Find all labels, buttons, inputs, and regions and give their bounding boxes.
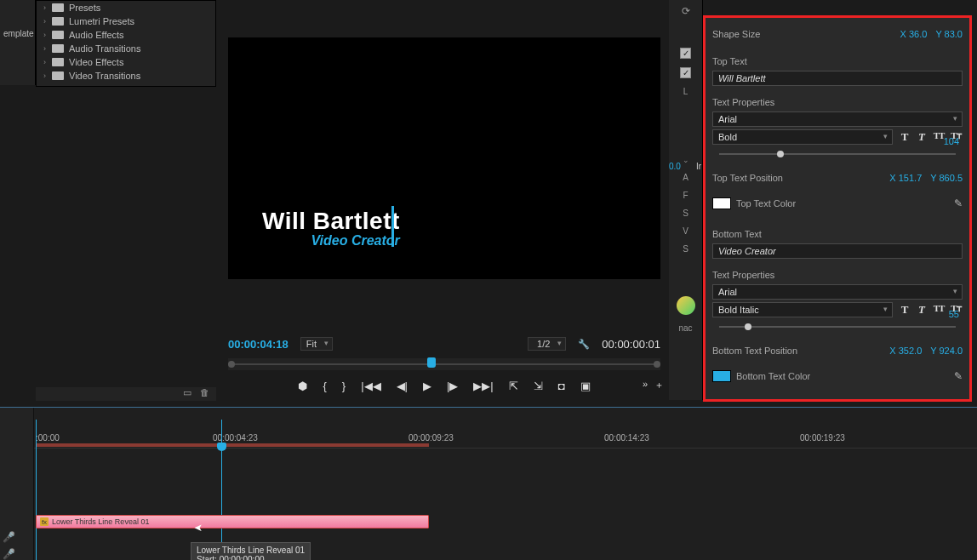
- template-label: emplate: [0, 26, 31, 42]
- zoom-fit-dropdown[interactable]: Fit: [300, 337, 333, 351]
- eyedropper-icon[interactable]: ✎: [954, 370, 963, 382]
- safe-margins-icon[interactable]: »: [643, 379, 648, 391]
- bottom-text-label: Bottom Text: [712, 229, 762, 239]
- play-icon[interactable]: ▶: [423, 380, 431, 392]
- clip-label: Lower Thirds Line Reveal 01: [52, 517, 149, 526]
- faux-bold-icon[interactable]: T: [898, 130, 911, 144]
- text-properties-label-2: Text Properties: [712, 270, 774, 280]
- browser-item[interactable]: ›Lumetri Presets: [37, 14, 215, 28]
- mouse-cursor-icon: ➤: [194, 522, 203, 534]
- browser-item[interactable]: ›Audio Effects: [37, 28, 215, 42]
- top-pos-y[interactable]: Y 860.5: [930, 173, 963, 183]
- top-text-position-label: Top Text Position: [712, 173, 783, 183]
- effects-browser: ›Presets ›Lumetri Presets ›Audio Effects…: [36, 0, 216, 87]
- voiceover-icon[interactable]: 🎤: [3, 548, 15, 560]
- timeline-clip[interactable]: fx Lower Thirds Line Reveal 01: [36, 515, 429, 529]
- step-forward-icon[interactable]: |▶: [447, 380, 458, 392]
- edge-mac-label: nac: [678, 323, 692, 333]
- step-back-icon[interactable]: ◀|: [397, 380, 408, 392]
- timecode-left[interactable]: 00:00:04:18: [228, 338, 289, 351]
- preview-title-sub: Video Creator: [262, 233, 400, 249]
- bottom-pos-x[interactable]: X 352.0: [889, 346, 922, 356]
- bottom-text-color-label: Bottom Text Color: [736, 371, 810, 381]
- add-marker-icon[interactable]: ⬢: [298, 380, 307, 392]
- ruler-tick: :00:00: [36, 433, 60, 443]
- font-family-dropdown-2[interactable]: Arial: [712, 284, 963, 300]
- monitor-scrubber[interactable]: [228, 358, 660, 370]
- expand-arrow-icon[interactable]: ⌄: [683, 156, 689, 164]
- faux-bold-icon[interactable]: T: [898, 303, 911, 317]
- faux-italic-icon[interactable]: T: [915, 303, 928, 317]
- shape-size-label: Shape Size: [712, 29, 760, 39]
- go-to-in-icon[interactable]: |◀◀: [361, 380, 380, 392]
- playhead-start: [36, 420, 37, 560]
- essential-graphics-panel: Shape Size X 36.0 Y 83.0 Top Text Text P…: [703, 15, 972, 402]
- work-area-bar[interactable]: [36, 443, 429, 447]
- edge-ir-label: Ir: [696, 162, 701, 171]
- button-editor-icon[interactable]: ＋: [654, 379, 664, 391]
- font-family-dropdown-1[interactable]: Arial: [712, 111, 963, 127]
- mark-out-icon[interactable]: }: [342, 380, 346, 392]
- shape-size-y[interactable]: Y 83.0: [935, 29, 963, 39]
- browser-item-label: Audio Transitions: [69, 43, 140, 54]
- lumetri-wheel-icon[interactable]: [677, 296, 695, 315]
- edge-letter: S: [683, 209, 688, 218]
- font-weight-dropdown-2[interactable]: Bold Italic: [712, 302, 893, 317]
- extract-icon[interactable]: ⇲: [534, 380, 543, 392]
- go-to-out-icon[interactable]: ▶▶|: [473, 380, 493, 392]
- timeline-playhead[interactable]: [221, 420, 222, 560]
- monitor-controls: 00:00:04:18 Fit 1/2 🔧 00:00:00:01 ⬢ { } …: [228, 336, 660, 394]
- top-text-color-swatch[interactable]: [712, 197, 731, 209]
- timeline-gutter: 🎤 🎤: [0, 408, 34, 560]
- shape-size-x[interactable]: X 36.0: [900, 29, 928, 39]
- export-frame-icon[interactable]: ◘: [558, 380, 565, 392]
- browser-item[interactable]: ›Video Effects: [37, 55, 215, 69]
- eyedropper-icon[interactable]: ✎: [954, 197, 963, 209]
- browser-item-label: Video Transitions: [69, 71, 140, 81]
- bottom-text-input[interactable]: [712, 243, 963, 259]
- font-weight-dropdown-1[interactable]: Bold: [712, 129, 893, 145]
- transport-bar: ⬢ { } |◀◀ ◀| ▶ |▶ ▶▶| ⇱ ⇲ ◘ ▣: [228, 377, 660, 394]
- browser-item-label: Lumetri Presets: [69, 16, 134, 26]
- text-properties-label-1: Text Properties: [712, 97, 774, 107]
- program-monitor: Will Bartlett Video Creator: [228, 37, 660, 279]
- font-size-slider-2[interactable]: 55: [712, 321, 963, 333]
- mark-in-icon[interactable]: {: [323, 380, 326, 392]
- checkbox-1[interactable]: ✓: [680, 48, 691, 59]
- delete-icon[interactable]: 🗑: [200, 387, 209, 401]
- allcaps-icon[interactable]: TT: [932, 303, 946, 317]
- browser-item-label: Audio Effects: [69, 30, 124, 40]
- voiceover-icon[interactable]: 🎤: [3, 531, 15, 543]
- font-size-slider-1[interactable]: 104: [712, 148, 963, 160]
- bottom-pos-y[interactable]: Y 924.0: [930, 346, 963, 356]
- fx-badge-icon: fx: [40, 517, 49, 526]
- edge-blue-value: 0.0: [669, 162, 681, 171]
- ruler-tick: 00:00:19:23: [800, 433, 845, 443]
- browser-item-label: Presets: [69, 3, 100, 13]
- browser-item[interactable]: ›Presets: [37, 1, 215, 14]
- effect-toggle-icon[interactable]: ⟳: [682, 5, 690, 17]
- edge-letter-L: L: [683, 87, 688, 96]
- edge-letter: A: [683, 173, 688, 182]
- faux-italic-icon[interactable]: T: [915, 130, 928, 144]
- wrench-icon[interactable]: 🔧: [578, 338, 590, 350]
- lift-icon[interactable]: ⇱: [509, 380, 518, 392]
- right-edge-panel: ⟳ ✓ ✓ L ⌄ A F S V S nac: [669, 0, 703, 400]
- top-pos-x[interactable]: X 151.7: [889, 173, 922, 183]
- top-text-input[interactable]: [712, 71, 963, 86]
- checkbox-2[interactable]: ✓: [680, 67, 691, 78]
- resolution-dropdown[interactable]: 1/2: [528, 337, 566, 351]
- font-size-value-1[interactable]: 104: [944, 136, 959, 146]
- browser-item[interactable]: ›Video Transitions: [37, 69, 215, 83]
- ruler-tick: 00:00:14:23: [604, 433, 649, 443]
- timeline-ruler[interactable]: :00:00 00:00:04:23 00:00:09:23 00:00:14:…: [34, 431, 977, 449]
- font-size-value-2[interactable]: 55: [949, 309, 959, 319]
- browser-item[interactable]: ›Audio Transitions: [37, 42, 215, 55]
- left-narrow-panel: [0, 0, 36, 85]
- top-text-label: Top Text: [712, 56, 747, 66]
- preview-title-main: Will Bartlett: [262, 208, 400, 235]
- edge-letter: S: [683, 244, 688, 254]
- comparison-view-icon[interactable]: ▣: [580, 380, 591, 392]
- new-bin-icon[interactable]: ▭: [183, 387, 191, 401]
- bottom-text-color-swatch[interactable]: [712, 370, 731, 382]
